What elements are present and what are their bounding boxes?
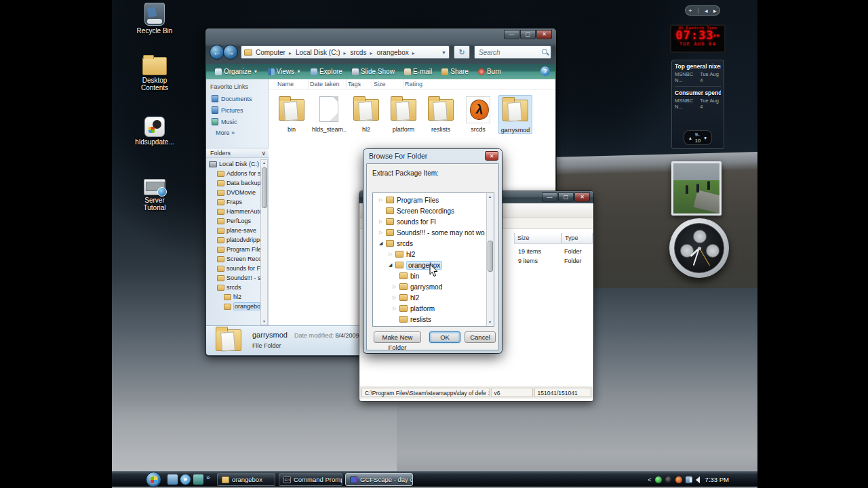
tree-item[interactable]: HammerAutos xyxy=(206,207,260,216)
views-menu[interactable]: Views▼ xyxy=(264,68,304,75)
gadget-prev-button[interactable]: ◂ xyxy=(705,7,708,14)
tree-item-srcds[interactable]: ◢srcds xyxy=(374,238,485,249)
column-size[interactable]: Size xyxy=(514,233,561,244)
tray-expand-icon[interactable]: < xyxy=(648,476,651,483)
slideshow-button[interactable]: Slide Show xyxy=(349,68,398,75)
volume-icon[interactable] xyxy=(696,476,700,483)
expand-icon[interactable]: ▷ xyxy=(379,230,386,235)
column-date-taken[interactable]: Date taken xyxy=(309,79,347,89)
tree-scrollbar[interactable]: ▲ ▼ xyxy=(260,159,268,325)
tree-item[interactable]: Data backup xyxy=(206,178,260,188)
scroll-down-icon[interactable]: ▼ xyxy=(487,319,493,325)
tree-item-orangebox[interactable]: orangebox xyxy=(206,302,260,311)
tree-item-screen-recordings[interactable]: Screen Recordings xyxy=(374,205,485,216)
start-button[interactable] xyxy=(146,472,161,487)
tree-item-hl2-child[interactable]: ▷hl2 xyxy=(374,292,485,303)
sidebar-item-music[interactable]: Music xyxy=(206,116,268,127)
tree-item-local-disk[interactable]: Local Disk (C:) xyxy=(206,159,260,169)
file-item-bin[interactable]: bin xyxy=(275,95,309,134)
tree-item[interactable]: hl2 xyxy=(206,292,260,302)
tree-item-program-files[interactable]: ▷Program Files xyxy=(374,195,485,205)
file-item-garrysmod[interactable]: garrysmod xyxy=(498,95,532,134)
column-size[interactable]: Size xyxy=(372,79,403,89)
tree-item[interactable]: srcds xyxy=(206,283,260,292)
quicklaunch-media-player[interactable] xyxy=(193,474,203,485)
expand-icon[interactable]: ▷ xyxy=(379,219,386,224)
expand-icon[interactable]: ▷ xyxy=(393,306,399,311)
led-clock-gadget[interactable]: US Eastern Time 07:33PM TUE AUG 04 xyxy=(670,24,726,53)
tree-item[interactable]: sounds for Fl xyxy=(206,264,260,273)
column-type[interactable]: Type xyxy=(561,233,593,244)
breadcrumb-dropdown-icon[interactable]: ▼ xyxy=(439,50,449,55)
column-rating[interactable]: Rating xyxy=(403,79,441,89)
expand-icon[interactable]: ▷ xyxy=(393,284,399,289)
sidebar-item-pictures[interactable]: Pictures xyxy=(206,104,268,116)
taskbar-button-gcfscape[interactable]: GCFScape - day of d... xyxy=(345,473,413,486)
mouse-settings-icon[interactable] xyxy=(665,476,672,483)
tree-item[interactable]: Addons for ser xyxy=(206,169,260,178)
forward-button[interactable]: → xyxy=(223,45,238,60)
tree-item[interactable]: Screen Record xyxy=(206,254,260,264)
taskbar-button-orangebox[interactable]: orangebox xyxy=(217,473,275,486)
gadget-next-button[interactable]: ▸ xyxy=(713,7,717,14)
burn-button[interactable]: Burn xyxy=(475,68,505,75)
collapse-icon[interactable]: ◢ xyxy=(389,262,395,268)
breadcrumb-item[interactable]: srcds xyxy=(349,49,375,56)
tree-item[interactable]: plane-save xyxy=(206,226,260,235)
feed-title[interactable]: Consumer spending r... xyxy=(675,89,721,96)
help-icon[interactable]: ? xyxy=(540,66,550,76)
close-button[interactable]: ✕ xyxy=(485,151,498,161)
tree-item[interactable]: Program Files xyxy=(206,245,260,254)
make-new-folder-button[interactable]: Make New Folder xyxy=(374,331,421,343)
tree-item-sounds-for-fl[interactable]: ▷sounds for Fl xyxy=(374,216,485,227)
scroll-up-icon[interactable]: ▲ xyxy=(487,194,493,200)
tree-item[interactable]: Sounds!!! - son xyxy=(206,273,260,283)
feed-pager[interactable]: ▴ 9-10 ▾ xyxy=(684,130,712,145)
steam-status-icon[interactable] xyxy=(655,476,662,483)
breadcrumb[interactable]: Computer Local Disk (C:) srcds orangebox… xyxy=(241,45,450,59)
organize-menu[interactable]: Organize▼ xyxy=(212,68,262,75)
collapse-icon[interactable]: ◢ xyxy=(379,241,386,246)
scroll-down-icon[interactable]: ▼ xyxy=(261,319,267,325)
expand-icon[interactable]: ▷ xyxy=(389,251,395,257)
quicklaunch-overflow-icon[interactable]: » xyxy=(206,474,210,481)
breadcrumb-item[interactable]: Local Disk (C:) xyxy=(294,49,349,56)
file-item-hl2[interactable]: hl2 xyxy=(349,95,383,134)
scrollbar-thumb[interactable] xyxy=(262,167,267,208)
desktop-icon-hldsupdate[interactable]: hldsupdate... xyxy=(134,117,176,146)
sidebar-item-documents[interactable]: Documents xyxy=(206,93,268,104)
breadcrumb-item[interactable]: orangebox xyxy=(374,49,416,56)
close-button[interactable]: ✕ xyxy=(574,192,590,202)
pager-down-icon[interactable]: ▾ xyxy=(704,135,707,141)
tree-item-hl2[interactable]: ▷hl2 xyxy=(374,249,485,260)
file-item-platform[interactable]: platform xyxy=(387,95,420,134)
taskbar-button-command-prompt[interactable]: C:\ Command Prompt xyxy=(279,473,342,486)
file-item-srcds[interactable]: srcds xyxy=(461,95,495,134)
file-item-reslists[interactable]: reslists xyxy=(424,95,458,134)
tree-item[interactable]: platodvdrippe xyxy=(206,235,260,245)
ok-button[interactable]: OK xyxy=(429,331,460,343)
feed-title[interactable]: Top general nixes ex... xyxy=(675,63,721,70)
search-icon[interactable] xyxy=(542,49,547,54)
feed-item[interactable]: Top general nixes ex... MSNBC N...Tue Au… xyxy=(675,63,721,87)
close-button[interactable]: ✕ xyxy=(536,30,552,39)
expand-icon[interactable]: ▷ xyxy=(393,295,399,300)
search-input[interactable] xyxy=(477,47,538,58)
desktop-icon-recycle-bin[interactable]: Recycle Bin xyxy=(134,3,176,35)
pager-up-icon[interactable]: ▴ xyxy=(689,135,692,141)
desktop-icon-desktop-contents[interactable]: Desktop Contents xyxy=(134,57,176,92)
add-gadget-button[interactable]: + xyxy=(688,7,692,14)
analog-clock-gadget[interactable] xyxy=(669,218,729,278)
cancel-button[interactable]: Cancel xyxy=(465,331,496,343)
explore-button[interactable]: Explore xyxy=(307,68,346,75)
share-button[interactable]: Share xyxy=(438,68,472,75)
expand-icon[interactable]: ▷ xyxy=(379,197,386,203)
download-status-icon[interactable] xyxy=(675,476,682,483)
file-item-hlds-steam[interactable]: hlds_steam... xyxy=(312,95,346,134)
column-name[interactable]: Name xyxy=(276,79,309,89)
back-button[interactable]: ← xyxy=(210,45,224,60)
minimize-button[interactable]: — xyxy=(504,30,519,39)
tree-item[interactable]: Fraps xyxy=(206,197,260,207)
tree-item-garrysmod[interactable]: ▷garrysmod xyxy=(374,281,485,292)
feed-item[interactable]: Consumer spending r... MSNBC N...Tue Aug… xyxy=(675,89,721,113)
